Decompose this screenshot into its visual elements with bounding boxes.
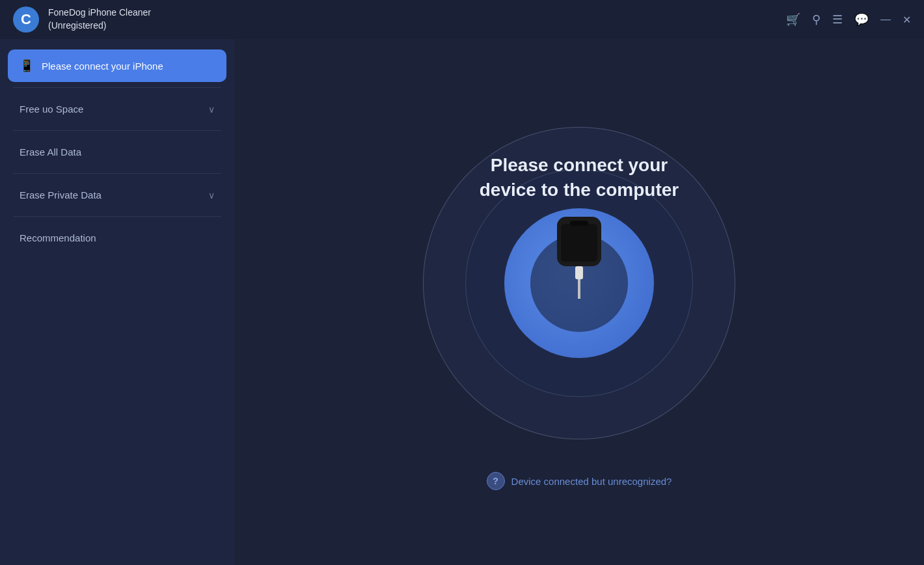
sidebar-item-connect-iphone[interactable]: 📱 Please connect your iPhone [8, 49, 226, 82]
sidebar-item-erase-private[interactable]: Erase Private Data ∨ [8, 179, 226, 211]
connect-title: Please connect your device to the comput… [475, 153, 683, 202]
profile-icon[interactable]: ⚲ [812, 12, 821, 27]
chevron-down-icon-2: ∨ [208, 190, 215, 200]
content-area: Please connect your device to the comput… [234, 39, 924, 565]
divider-2 [13, 130, 221, 131]
cart-icon[interactable]: 🛒 [786, 12, 800, 27]
connection-illustration: Please connect your device to the comput… [410, 114, 748, 452]
iphone-icon: 📱 [20, 59, 34, 73]
iphone-body [557, 217, 601, 266]
sidebar: 📱 Please connect your iPhone Free uo Spa… [0, 39, 234, 565]
app-brand: C FoneDog iPhone Cleaner (Unregistered) [13, 7, 151, 33]
chevron-down-icon: ∨ [208, 104, 215, 115]
close-button[interactable]: ✕ [903, 14, 911, 26]
titlebar: C FoneDog iPhone Cleaner (Unregistered) … [0, 0, 924, 39]
divider-3 [13, 173, 221, 174]
erase-private-label: Erase Private Data [20, 189, 102, 200]
lightning-cable [576, 266, 582, 299]
cable-connector [575, 266, 583, 279]
main-layout: 📱 Please connect your iPhone Free uo Spa… [0, 39, 924, 565]
menu-icon[interactable]: ☰ [832, 12, 843, 27]
erase-all-label: Erase All Data [20, 146, 81, 158]
free-space-label: Free uo Space [20, 103, 83, 115]
sidebar-active-label: Please connect your iPhone [42, 61, 163, 72]
minimize-button[interactable]: — [880, 14, 891, 25]
chat-icon[interactable]: 💬 [854, 12, 869, 27]
help-question-icon[interactable]: ? [487, 472, 505, 490]
cable-wire [578, 279, 580, 299]
iphone-notch [570, 221, 588, 226]
sidebar-item-recommendation[interactable]: Recommendation [8, 222, 226, 254]
help-text[interactable]: Device connected but unrecognized? [511, 476, 672, 487]
app-title: FoneDog iPhone Cleaner (Unregistered) [48, 7, 151, 32]
recommendation-label: Recommendation [20, 232, 96, 243]
iphone-screen [561, 224, 597, 262]
sidebar-item-free-space[interactable]: Free uo Space ∨ [8, 93, 226, 125]
window-controls: 🛒 ⚲ ☰ 💬 — ✕ [786, 12, 911, 27]
app-logo: C [13, 7, 39, 33]
divider-1 [13, 87, 221, 88]
divider-4 [13, 216, 221, 217]
iphone-cable-icon [557, 217, 601, 299]
help-row[interactable]: ? Device connected but unrecognized? [487, 472, 672, 490]
sidebar-item-erase-all[interactable]: Erase All Data [8, 136, 226, 168]
